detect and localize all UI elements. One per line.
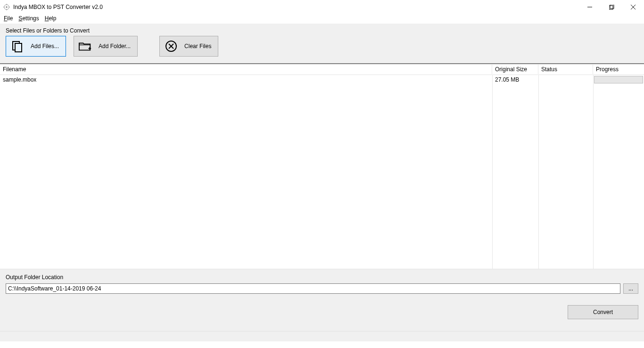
- app-icon: [3, 3, 10, 11]
- close-button[interactable]: [622, 0, 644, 14]
- add-files-label: Add Files...: [31, 43, 59, 50]
- svg-rect-12: [15, 43, 22, 52]
- browse-button[interactable]: ...: [623, 283, 638, 294]
- bottom-panel: Output Folder Location ... Convert: [0, 269, 644, 331]
- files-icon: [11, 40, 24, 53]
- menu-help[interactable]: Help: [45, 15, 57, 22]
- clear-files-button[interactable]: Clear Files: [159, 36, 218, 57]
- menu-settings[interactable]: Settings: [18, 15, 39, 22]
- table-header: Filename Original Size Status Progress: [0, 64, 644, 75]
- folder-plus-icon: [79, 40, 92, 53]
- toolbar: Select Files or Folders to Convert Add F…: [0, 24, 644, 64]
- toolbar-section-label: Select Files or Folders to Convert: [6, 27, 638, 34]
- titlebar: Indya MBOX to PST Converter v2.0: [0, 0, 644, 14]
- maximize-button[interactable]: [601, 0, 622, 14]
- cell-filename: sample.mbox: [0, 75, 492, 84]
- clear-files-label: Clear Files: [184, 43, 211, 50]
- progress-bar: [594, 76, 643, 83]
- output-label: Output Folder Location: [6, 274, 638, 281]
- header-filename[interactable]: Filename: [0, 65, 492, 74]
- menu-file[interactable]: File: [4, 15, 13, 22]
- cell-progress: [593, 76, 644, 83]
- output-path-input[interactable]: [6, 283, 620, 294]
- convert-button[interactable]: Convert: [568, 305, 638, 319]
- file-table: Filename Original Size Status Progress s…: [0, 64, 644, 269]
- cell-original-size: 27.05 MB: [492, 75, 538, 84]
- add-folder-label: Add Folder...: [99, 43, 131, 50]
- minimize-button[interactable]: [579, 0, 601, 14]
- add-folder-button[interactable]: Add Folder...: [74, 36, 138, 57]
- statusbar: [0, 331, 644, 341]
- header-progress[interactable]: Progress: [593, 65, 644, 74]
- svg-rect-7: [609, 6, 613, 9]
- menubar: File Settings Help: [0, 14, 644, 24]
- header-original-size[interactable]: Original Size: [492, 65, 538, 74]
- clear-icon: [165, 40, 178, 53]
- svg-point-1: [6, 6, 8, 8]
- cell-status: [538, 79, 593, 81]
- window-title: Indya MBOX to PST Converter v2.0: [13, 4, 103, 10]
- header-status[interactable]: Status: [538, 65, 593, 74]
- svg-rect-8: [610, 5, 614, 8]
- add-files-button[interactable]: Add Files...: [6, 36, 66, 57]
- table-row[interactable]: sample.mbox 27.05 MB: [0, 75, 644, 84]
- window-controls: [579, 0, 644, 14]
